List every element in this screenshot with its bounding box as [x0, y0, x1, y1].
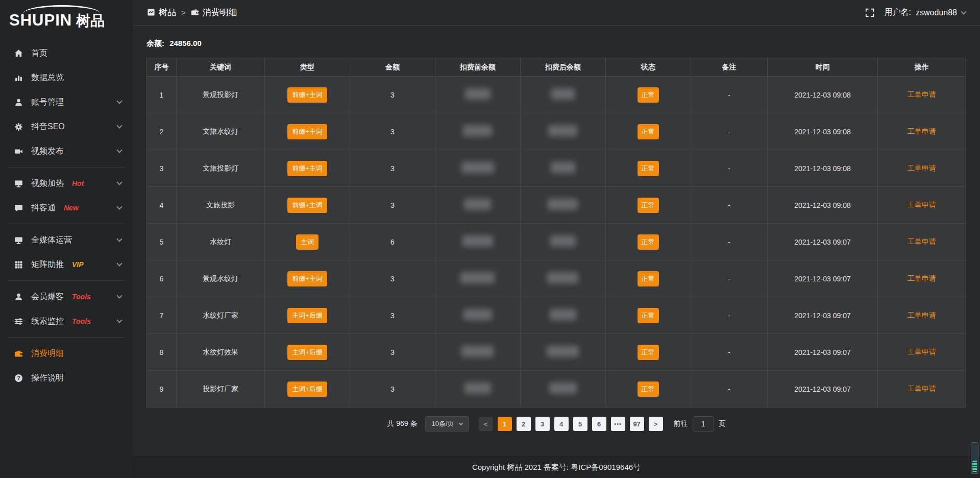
work-order-link[interactable]: 工单申请 [908, 348, 936, 356]
page-button-6[interactable]: 6 [592, 417, 606, 431]
sidebar-item-label: 矩阵助推 [31, 259, 64, 270]
status-badge: 正常 [638, 161, 659, 176]
prev-page-button[interactable]: < [479, 417, 493, 431]
before-balance-censored [460, 272, 495, 283]
remark-cell: - [691, 224, 768, 260]
username-value: zswodun88 [916, 8, 957, 17]
sidebar-item-member-baoke[interactable]: 会员爆客Tools [0, 284, 133, 309]
table-body: 1景观投影灯前缀+主词3正常-2021-12-03 09:08工单申请2文旅水纹… [147, 77, 966, 408]
type-badge: 前缀+主词 [287, 271, 327, 286]
keyword-cell: 景观投影灯 [176, 77, 264, 113]
table-header-row: 序号关键词类型金额扣费前余额扣费后余额状态备注时间操作 [147, 58, 966, 77]
sidebar-item-label: 视频加热 [31, 178, 64, 189]
column-header: 扣费前余额 [435, 58, 520, 77]
sidebar-item-matrix-boost[interactable]: 矩阵助推VIP [0, 252, 133, 277]
row-index-cell: 8 [147, 334, 177, 371]
sidebar-divider [8, 167, 125, 168]
status-badge: 正常 [638, 198, 659, 213]
page-ellipsis-button[interactable]: ••• [611, 417, 625, 431]
sidebar-item-label: 首页 [31, 48, 47, 59]
sidebar-item-tag: New [64, 204, 79, 212]
type-badge: 前缀+主词 [287, 161, 327, 176]
column-header: 序号 [147, 58, 177, 77]
sidebar-item-consumption-details[interactable]: 消费明细 [0, 341, 133, 366]
sidebar-item-douyin-seo[interactable]: 抖音SEO [0, 114, 133, 139]
sidebar-item-douketong[interactable]: 抖客通New [0, 196, 133, 220]
sidebar-item-data-overview[interactable]: 数据总览 [0, 65, 133, 90]
sidebar-item-tag: VIP [72, 260, 84, 269]
row-index-cell: 4 [147, 187, 177, 224]
page-button-4[interactable]: 4 [554, 417, 569, 431]
breadcrumb-item-consumption-details[interactable]: 消费明细 [191, 7, 237, 18]
next-page-button[interactable]: > [649, 417, 663, 431]
page-button-3[interactable]: 3 [535, 417, 550, 431]
after-balance-censored [547, 272, 578, 283]
main-area: 树品 > 消费明细 用户名: zswodun88 余额: 24 [133, 0, 980, 478]
time-cell: 2021-12-03 09:08 [768, 150, 877, 187]
chevron-down-icon [116, 260, 122, 266]
chevron-down-icon [961, 9, 966, 14]
status-badge: 正常 [638, 271, 659, 286]
work-order-link[interactable]: 工单申请 [908, 311, 936, 319]
before-balance-censored [461, 162, 494, 173]
column-header: 状态 [605, 58, 691, 77]
video-icon [13, 147, 23, 156]
goto-page-input[interactable] [693, 416, 714, 432]
page-button-1[interactable]: 1 [498, 417, 512, 431]
user-menu[interactable]: 用户名: zswodun88 [885, 7, 966, 18]
time-cell: 2021-12-03 09:08 [768, 113, 877, 150]
logo[interactable]: SHUPIN 树品 [0, 0, 133, 34]
breadcrumb-separator: > [181, 8, 186, 17]
status-badge: 正常 [638, 234, 659, 250]
chevron-down-icon [116, 293, 122, 298]
work-order-link[interactable]: 工单申请 [908, 274, 936, 282]
remark-cell: - [691, 297, 768, 334]
sidebar-divider [8, 280, 125, 281]
row-index-cell: 2 [147, 113, 177, 150]
work-order-link[interactable]: 工单申请 [908, 127, 936, 135]
breadcrumb-item-shupin[interactable]: 树品 [147, 7, 176, 18]
sidebar-item-clue-monitoring[interactable]: 线索监控Tools [0, 309, 133, 333]
sidebar-item-video-publish[interactable]: 视频发布 [0, 139, 133, 163]
chevron-down-icon [458, 421, 462, 425]
amount-cell: 3 [350, 150, 435, 187]
table-row: 4文旅投影前缀+主词3正常-2021-12-03 09:08工单申请 [147, 187, 966, 224]
copyright-text: Copyright 树品 2021 备案号: 粤ICP备09019646号 [472, 463, 641, 472]
sidebar-item-video-heating[interactable]: 视频加热Hot [0, 171, 133, 196]
type-badge: 前缀+主词 [287, 87, 327, 103]
fullscreen-icon[interactable] [865, 8, 874, 17]
sidebar-item-label: 数据总览 [31, 73, 64, 83]
work-order-link[interactable]: 工单申请 [908, 164, 936, 172]
page-button-5[interactable]: 5 [573, 417, 587, 431]
help-icon: ? [13, 373, 23, 383]
amount-cell: 3 [350, 260, 435, 297]
page-button-2[interactable]: 2 [517, 417, 531, 431]
topbar-right: 用户名: zswodun88 [865, 7, 966, 18]
remark-cell: - [691, 77, 768, 113]
floating-widget-stripes [972, 461, 977, 472]
time-cell: 2021-12-03 09:07 [768, 334, 877, 371]
page-size-select[interactable]: 10条/页 [425, 416, 469, 432]
work-order-link[interactable]: 工单申请 [908, 90, 936, 99]
status-badge: 正常 [638, 124, 659, 139]
sidebar-item-label: 账号管理 [31, 97, 64, 108]
work-order-link[interactable]: 工单申请 [908, 385, 936, 393]
keyword-cell: 水纹灯 [176, 224, 264, 260]
status-badge: 正常 [638, 87, 659, 103]
before-balance-censored [464, 383, 491, 394]
remark-cell: - [691, 334, 768, 371]
type-badge: 主词+后缀 [287, 308, 327, 323]
work-order-link[interactable]: 工单申请 [908, 237, 936, 246]
sidebar-item-all-media-operation[interactable]: 全媒体运营 [0, 228, 133, 252]
work-order-link[interactable]: 工单申请 [908, 201, 936, 209]
page-button-97[interactable]: 97 [630, 417, 644, 431]
username-label: 用户名: [885, 7, 911, 18]
sidebar-item-operation-guide[interactable]: ?操作说明 [0, 366, 133, 390]
keyword-cell: 文旅投影 [176, 187, 264, 224]
user-icon [13, 98, 23, 107]
sidebar-nav: 首页数据总览账号管理抖音SEO视频发布视频加热Hot抖客通New全媒体运营矩阵助… [0, 34, 133, 390]
type-badge: 前缀+主词 [287, 198, 327, 213]
sidebar-item-account-management[interactable]: 账号管理 [0, 90, 133, 114]
status-badge: 正常 [638, 308, 659, 323]
sidebar-item-home[interactable]: 首页 [0, 41, 133, 65]
